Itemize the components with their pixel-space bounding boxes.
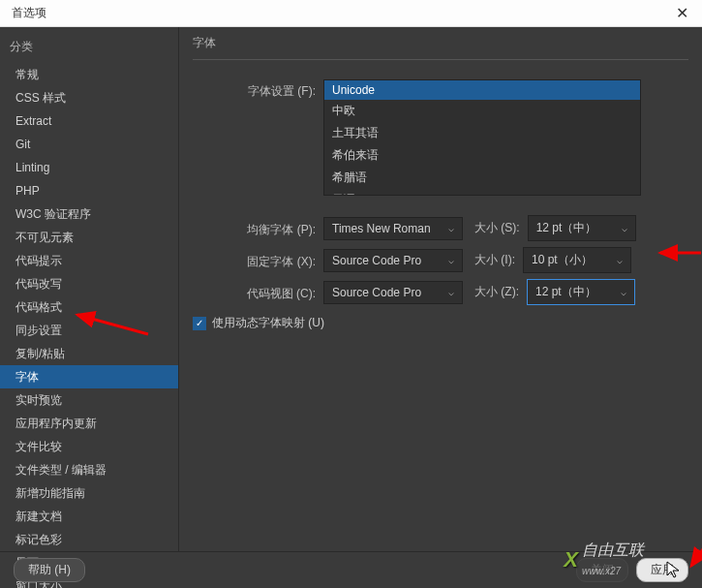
window-title: 首选项 — [8, 5, 46, 21]
panel-title: 字体 — [193, 35, 688, 60]
fixed-size-label: 大小 (I): — [474, 252, 515, 268]
listbox-item[interactable]: 日语 — [324, 189, 640, 196]
prop-size-label: 大小 (S): — [474, 220, 520, 236]
sidebar-item[interactable]: 代码提示 — [0, 249, 178, 272]
font-settings-listbox[interactable]: Unicode中欧土耳其语希伯来语希腊语日语朝鲜语 — [323, 79, 641, 196]
code-size-label: 大小 (Z): — [474, 284, 519, 300]
fixed-font-label: 固定字体 (X): — [193, 250, 323, 270]
chevron-down-icon: ⌵ — [448, 223, 454, 233]
fixed-font-row: 固定字体 (X): Source Code Pro ⌵ 大小 (I): 10 p… — [193, 247, 688, 273]
sidebar-item[interactable]: 应用程序内更新 — [0, 412, 178, 435]
code-view-row: 代码视图 (C): Source Code Pro ⌵ 大小 (Z): 12 p… — [193, 279, 688, 305]
content: 分类 常规CSS 样式ExtractGitLintingPHPW3C 验证程序不… — [0, 27, 702, 551]
sidebar-item[interactable]: 新建文档 — [0, 505, 178, 528]
fixed-font-value: Source Code Pro — [332, 254, 421, 267]
code-view-dropdown[interactable]: Source Code Pro ⌵ — [323, 281, 463, 304]
sidebar-item[interactable]: 实时预览 — [0, 388, 178, 412]
code-view-value: Source Code Pro — [332, 286, 421, 299]
listbox-item[interactable]: 土耳其语 — [324, 122, 640, 144]
code-view-label: 代码视图 (C): — [193, 282, 323, 302]
sidebar-item[interactable]: 同步设置 — [0, 319, 178, 342]
listbox-item[interactable]: 希伯来语 — [324, 144, 640, 167]
code-size-value: 12 pt（中） — [535, 284, 596, 300]
listbox-item[interactable]: 中欧 — [324, 100, 640, 122]
dynamic-mapping-label: 使用动态字体映射 (U) — [212, 315, 324, 331]
sidebar: 分类 常规CSS 样式ExtractGitLintingPHPW3C 验证程序不… — [0, 27, 179, 551]
sidebar-item[interactable]: 标记色彩 — [0, 528, 178, 551]
dynamic-mapping-row: ✓ 使用动态字体映射 (U) — [193, 315, 688, 331]
prop-font-value: Times New Roman — [332, 222, 431, 235]
code-size-dropdown[interactable]: 12 pt（中） ⌵ — [527, 279, 635, 305]
chevron-down-icon: ⌵ — [617, 255, 623, 265]
main-panel: 字体 字体设置 (F): Unicode中欧土耳其语希伯来语希腊语日语朝鲜语 均… — [179, 27, 702, 551]
chevron-down-icon: ⌵ — [448, 287, 454, 297]
fixed-size-dropdown[interactable]: 10 pt（小） ⌵ — [523, 247, 631, 273]
sidebar-item[interactable]: CSS 样式 — [0, 86, 178, 109]
prop-font-dropdown[interactable]: Times New Roman ⌵ — [323, 217, 463, 240]
sidebar-item[interactable]: 代码格式 — [0, 295, 178, 319]
font-settings-row: 字体设置 (F): Unicode中欧土耳其语希伯来语希腊语日语朝鲜语 — [193, 79, 688, 196]
sidebar-item[interactable]: Linting — [0, 156, 178, 179]
font-settings-label: 字体设置 (F): — [193, 79, 323, 100]
sidebar-item[interactable]: 新增功能指南 — [0, 481, 178, 505]
close-icon[interactable]: ✕ — [670, 4, 694, 22]
sidebar-item[interactable]: Extract — [0, 109, 178, 133]
chevron-down-icon: ⌵ — [622, 223, 627, 233]
listbox-item[interactable]: 希腊语 — [324, 167, 640, 189]
sidebar-item[interactable]: W3C 验证程序 — [0, 202, 178, 226]
prop-size-dropdown[interactable]: 12 pt（中） ⌵ — [528, 215, 636, 241]
prop-font-row: 均衡字体 (P): Times New Roman ⌵ 大小 (S): 12 p… — [193, 215, 688, 241]
sidebar-item[interactable]: 常规 — [0, 63, 178, 86]
sidebar-list: 常规CSS 样式ExtractGitLintingPHPW3C 验证程序不可见元… — [0, 63, 178, 588]
chevron-down-icon: ⌵ — [621, 287, 626, 297]
sidebar-item[interactable]: 文件比较 — [0, 435, 178, 458]
footer-right: 关闭 应用 — [576, 558, 688, 582]
listbox-item[interactable]: Unicode — [324, 80, 640, 100]
titlebar: 首选项 ✕ — [0, 0, 702, 27]
fixed-size-value: 10 pt（小） — [532, 252, 593, 268]
prop-font-label: 均衡字体 (P): — [193, 218, 323, 238]
sidebar-item[interactable]: 复制/粘贴 — [0, 342, 178, 365]
sidebar-item[interactable]: 不可见元素 — [0, 226, 178, 249]
fixed-font-dropdown[interactable]: Source Code Pro ⌵ — [323, 249, 463, 272]
prop-size-value: 12 pt（中） — [536, 220, 597, 236]
sidebar-item[interactable]: PHP — [0, 179, 178, 202]
sidebar-item[interactable]: 代码改写 — [0, 272, 178, 295]
sidebar-item[interactable]: Git — [0, 133, 178, 156]
sidebar-item[interactable]: 文件类型 / 编辑器 — [0, 458, 178, 481]
help-button[interactable]: 帮助 (H) — [14, 558, 85, 582]
close-button[interactable]: 关闭 — [576, 558, 628, 582]
apply-button[interactable]: 应用 — [636, 558, 688, 582]
dynamic-mapping-checkbox[interactable]: ✓ — [193, 317, 206, 330]
sidebar-header: 分类 — [0, 35, 178, 63]
chevron-down-icon: ⌵ — [448, 255, 454, 265]
sidebar-item[interactable]: 字体 — [0, 365, 178, 388]
